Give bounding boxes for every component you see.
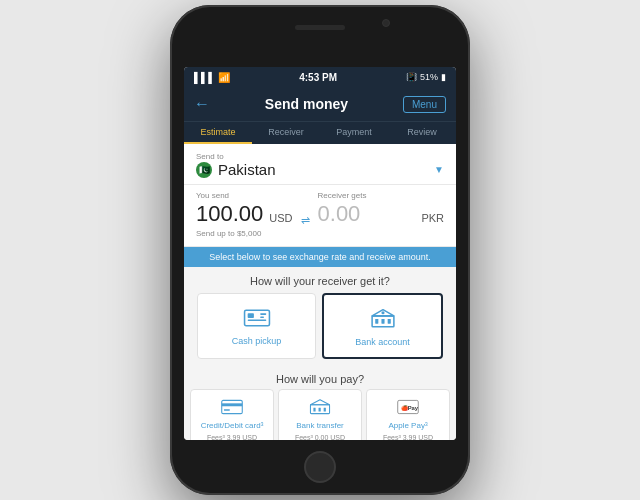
status-right: 📳 51% ▮ bbox=[406, 72, 446, 82]
bank-account-label: Bank account bbox=[355, 337, 410, 347]
chevron-down-icon: ▼ bbox=[434, 164, 444, 175]
battery-icon: ▮ bbox=[441, 72, 446, 82]
tab-payment[interactable]: Payment bbox=[320, 122, 388, 144]
svg-rect-6 bbox=[375, 319, 378, 324]
page-title: Send money bbox=[265, 96, 348, 112]
tab-review[interactable]: Review bbox=[388, 122, 456, 144]
svg-point-10 bbox=[381, 311, 384, 314]
delivery-options: Cash pickup Bank account bbox=[184, 293, 456, 367]
bank-transfer-fees: Fees³ 0.00 USD 5 days² bbox=[295, 433, 345, 440]
payment-option-bank-transfer[interactable]: Bank transfer Fees³ 0.00 USD 5 days² bbox=[278, 389, 362, 440]
svg-rect-15 bbox=[313, 408, 315, 412]
svg-rect-3 bbox=[260, 313, 266, 315]
status-bar: ▌▌▌ 📶 4:53 PM 📳 51% ▮ bbox=[184, 67, 456, 87]
delivery-option-cash-pickup[interactable]: Cash pickup bbox=[197, 293, 316, 359]
svg-rect-8 bbox=[387, 319, 390, 324]
tabs-bar: Estimate Receiver Payment Review bbox=[184, 121, 456, 144]
payment-option-card[interactable]: Credit/Debit card³ Fees³ 3.99 USD 2 days… bbox=[190, 389, 274, 440]
payment-option-apple-pay[interactable]: 🍎Pay Apple Pay³ Fees³ 3.99 USD 2 days² bbox=[366, 389, 450, 440]
menu-button[interactable]: Menu bbox=[403, 96, 446, 113]
exchange-icon: ⇌ bbox=[301, 214, 310, 227]
svg-rect-1 bbox=[247, 313, 253, 318]
country-selector[interactable]: 🇵🇰 Pakistan ▼ bbox=[196, 161, 444, 178]
bank-transfer-label: Bank transfer bbox=[296, 421, 344, 431]
receiver-gets-label: Receiver gets bbox=[318, 191, 367, 200]
bank-transfer-icon-box bbox=[305, 396, 335, 418]
svg-rect-16 bbox=[319, 408, 321, 412]
you-send-value[interactable]: 100.00 bbox=[196, 201, 263, 227]
status-time: 4:53 PM bbox=[299, 72, 337, 83]
svg-rect-0 bbox=[244, 310, 269, 326]
you-send-col: You send 100.00 bbox=[196, 191, 263, 227]
info-banner: Select below to see exchange rate and re… bbox=[184, 247, 456, 267]
flag-icon: 🇵🇰 bbox=[196, 162, 212, 178]
card-fees: Fees³ 3.99 USD 2 days² bbox=[207, 433, 257, 440]
battery-text: 51% bbox=[420, 72, 438, 82]
delivery-question: How will your receiver get it? bbox=[184, 267, 456, 293]
bluetooth-icon: 📳 bbox=[406, 72, 417, 82]
cash-pickup-label: Cash pickup bbox=[232, 336, 282, 346]
tab-estimate[interactable]: Estimate bbox=[184, 122, 252, 144]
phone-body: ▌▌▌ 📶 4:53 PM 📳 51% ▮ ← Send money Menu bbox=[170, 5, 470, 495]
tab-receiver[interactable]: Receiver bbox=[252, 122, 320, 144]
app-header: ← Send money Menu bbox=[184, 87, 456, 121]
send-to-section: Send to 🇵🇰 Pakistan ▼ bbox=[184, 144, 456, 185]
svg-rect-4 bbox=[260, 316, 264, 318]
cash-pickup-icon bbox=[243, 307, 271, 329]
apple-pay-icon-box: 🍎Pay bbox=[393, 396, 423, 418]
receiver-gets-value: 0.00 bbox=[318, 201, 367, 227]
back-button[interactable]: ← bbox=[194, 95, 210, 113]
info-banner-text: Select below to see exchange rate and re… bbox=[209, 252, 431, 262]
svg-rect-2 bbox=[247, 320, 266, 322]
phone-frame: ▌▌▌ 📶 4:53 PM 📳 51% ▮ ← Send money Menu bbox=[170, 5, 470, 495]
payment-options: Credit/Debit card³ Fees³ 3.99 USD 2 days… bbox=[184, 389, 456, 440]
apple-pay-label: Apple Pay³ bbox=[388, 421, 427, 431]
you-send-label: You send bbox=[196, 191, 263, 200]
wifi-icon: 📶 bbox=[218, 72, 230, 83]
svg-rect-12 bbox=[222, 403, 243, 406]
svg-rect-17 bbox=[324, 408, 326, 412]
currency-divider: USD bbox=[269, 212, 292, 227]
phone-screen: ▌▌▌ 📶 4:53 PM 📳 51% ▮ ← Send money Menu bbox=[184, 67, 456, 440]
phone-camera bbox=[382, 19, 390, 27]
country-name: 🇵🇰 Pakistan bbox=[196, 161, 276, 178]
payment-question: How will you pay? bbox=[184, 367, 456, 389]
card-icon bbox=[221, 398, 243, 416]
apple-pay-fees: Fees³ 3.99 USD 2 days² bbox=[383, 433, 433, 440]
card-label: Credit/Debit card³ bbox=[201, 421, 264, 431]
bank-transfer-icon bbox=[309, 398, 331, 416]
amount-section: You send 100.00 USD ⇌ Receiver gets 0.00… bbox=[184, 185, 456, 247]
svg-rect-7 bbox=[381, 319, 384, 324]
cash-pickup-icon-box bbox=[239, 304, 275, 332]
bank-account-icon-box bbox=[365, 305, 401, 333]
delivery-option-bank-account[interactable]: Bank account bbox=[322, 293, 443, 359]
signal-icon: ▌▌▌ bbox=[194, 72, 215, 83]
signal-area: ▌▌▌ 📶 bbox=[194, 72, 230, 83]
send-limit-text: Send up to $5,000 bbox=[196, 229, 444, 238]
svg-text:🍎Pay: 🍎Pay bbox=[401, 404, 419, 412]
svg-rect-11 bbox=[222, 400, 243, 413]
apple-pay-icon: 🍎Pay bbox=[397, 398, 419, 416]
bank-account-icon bbox=[369, 308, 397, 330]
send-to-label: Send to bbox=[196, 152, 444, 161]
svg-marker-18 bbox=[310, 400, 329, 405]
svg-rect-13 bbox=[224, 409, 230, 410]
card-icon-box bbox=[217, 396, 247, 418]
currency-to: PKR bbox=[421, 212, 444, 227]
receiver-gets-col: Receiver gets 0.00 bbox=[318, 191, 367, 227]
home-button[interactable] bbox=[304, 451, 336, 483]
phone-speaker bbox=[295, 25, 345, 30]
currency-from: USD bbox=[269, 212, 292, 224]
